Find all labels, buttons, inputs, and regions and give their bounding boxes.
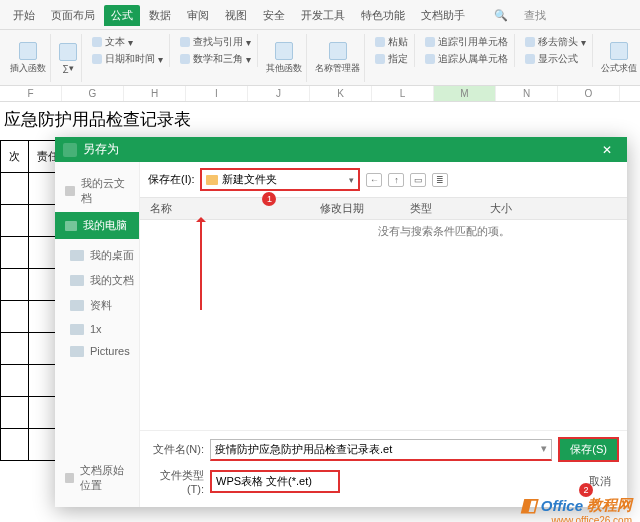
pc-icon: [65, 221, 77, 231]
tab-review[interactable]: 审阅: [180, 5, 216, 26]
lookup-fn-label: 查找与引用: [193, 35, 243, 49]
trace-dep-btn[interactable]: 追踪从属单元格: [421, 51, 512, 67]
list-header: 名称 修改日期 类型 大小: [140, 197, 627, 220]
lookup-icon: [180, 37, 190, 47]
nav-new-icon[interactable]: ▭: [410, 173, 426, 187]
chevron-down-icon: ▾: [349, 175, 354, 185]
sidebar-cloud-label: 我的云文档: [81, 176, 129, 206]
nav-up-icon[interactable]: ↑: [388, 173, 404, 187]
folder-1x-label: 1x: [90, 323, 102, 335]
autosum-label: ∑▾: [62, 63, 73, 73]
watermark-suffix: 教程网: [587, 496, 632, 515]
tab-start[interactable]: 开始: [6, 5, 42, 26]
search-box[interactable]: 🔍 查找: [480, 2, 560, 29]
col-L[interactable]: L: [372, 86, 434, 101]
search-label: 查找: [517, 5, 553, 26]
search-icon: 🔍: [487, 6, 515, 25]
lookup-fn-btn[interactable]: 查找与引用▾: [176, 34, 255, 50]
folder-pictures[interactable]: Pictures: [70, 345, 134, 357]
folder-desktop-label: 我的桌面: [90, 248, 134, 263]
col-K[interactable]: K: [310, 86, 372, 101]
filename-value: 疫情防护应急防护用品检查记录表.et: [215, 443, 392, 455]
text-icon: [92, 37, 102, 47]
dialog-title: 另存为: [83, 141, 595, 158]
trace-icon: [425, 37, 435, 47]
hdr-name[interactable]: 名称: [140, 201, 320, 216]
sigma-icon: [59, 43, 77, 61]
filetype-combo[interactable]: WPS表格 文件(*.et): [210, 470, 340, 493]
origin-icon: [65, 473, 74, 483]
paste-icon: [375, 37, 385, 47]
location-combo[interactable]: 新建文件夹 ▾ 1: [200, 168, 360, 191]
sidebar-item-cloud[interactable]: 我的云文档: [55, 170, 139, 212]
trace2-icon: [425, 54, 435, 64]
name-mgr-label: 名称管理器: [315, 62, 360, 75]
folder-ziliao[interactable]: 资料: [70, 298, 134, 313]
sidebar-item-pc[interactable]: 我的电脑: [55, 212, 139, 239]
trace-prec-btn[interactable]: 追踪引用单元格: [421, 34, 512, 50]
location-label: 保存在(I):: [148, 172, 194, 187]
other-icon: [275, 42, 293, 60]
other-fn-group[interactable]: 其他函数: [262, 34, 307, 82]
tab-layout[interactable]: 页面布局: [44, 5, 102, 26]
name-mgr-group[interactable]: 名称管理器: [311, 34, 365, 82]
file-list: 没有与搜索条件匹配的项。 我的桌面 我的文档 资料 1x Pictures: [140, 220, 627, 430]
eval-group[interactable]: 公式求值: [597, 34, 640, 82]
hdr-date[interactable]: 修改日期: [320, 201, 410, 216]
folder-ziliao-label: 资料: [90, 298, 112, 313]
col-F[interactable]: F: [0, 86, 62, 101]
watermark-logo-icon: ◧: [520, 494, 537, 516]
col-G[interactable]: G: [62, 86, 124, 101]
col-J[interactable]: J: [248, 86, 310, 101]
show-formula-btn[interactable]: 显示公式: [521, 51, 590, 67]
folder-desktop[interactable]: 我的桌面: [70, 248, 134, 263]
tab-dev[interactable]: 开发工具: [294, 5, 352, 26]
folder-1x[interactable]: 1x: [70, 323, 134, 335]
assign-btn[interactable]: 指定: [371, 51, 412, 67]
folder-icon: [70, 275, 84, 286]
sidebar-pc-label: 我的电脑: [83, 218, 127, 233]
save-button[interactable]: 保存(S): [558, 437, 619, 462]
tab-view[interactable]: 视图: [218, 5, 254, 26]
col-M[interactable]: M: [434, 86, 496, 101]
col-H[interactable]: H: [124, 86, 186, 101]
paste-btn[interactable]: 粘贴: [371, 34, 412, 50]
tab-formula[interactable]: 公式: [104, 5, 140, 26]
col-I[interactable]: I: [186, 86, 248, 101]
trace-dep-label: 追踪从属单元格: [438, 52, 508, 66]
tab-dochelp[interactable]: 文档助手: [414, 5, 472, 26]
watermark-brand: Office: [541, 497, 583, 514]
folder-docs[interactable]: 我的文档: [70, 273, 134, 288]
nav-back-icon[interactable]: ←: [366, 173, 382, 187]
chevron-down-icon[interactable]: ▾: [541, 442, 547, 455]
other-fn-label: 其他函数: [266, 62, 302, 75]
trace-prec-label: 追踪引用单元格: [438, 35, 508, 49]
remove-arrow-btn[interactable]: 移去箭头▾: [521, 34, 590, 50]
sidebar-item-origin[interactable]: 文档原始位置: [55, 457, 139, 499]
col-N[interactable]: N: [496, 86, 558, 101]
nav-view-icon[interactable]: ≣: [432, 173, 448, 187]
date-fn-btn[interactable]: 日期和时间▾: [88, 51, 167, 67]
dialog-overlay: 另存为 ✕ 我的云文档 我的电脑 文档原始位置 保存在(I): 新建文件夹 ▾ …: [55, 137, 640, 522]
fx-icon: [19, 42, 37, 60]
folder-docs-label: 我的文档: [90, 273, 134, 288]
text-fn-btn[interactable]: 文本▾: [88, 34, 167, 50]
filetype-value: WPS表格 文件(*.et): [216, 475, 312, 487]
math-fn-label: 数学和三角: [193, 52, 243, 66]
date-fn-label: 日期和时间: [105, 52, 155, 66]
hdr-type[interactable]: 类型: [410, 201, 490, 216]
annotation-arrow: [200, 220, 202, 310]
tab-data[interactable]: 数据: [142, 5, 178, 26]
col-O[interactable]: O: [558, 86, 620, 101]
tab-security[interactable]: 安全: [256, 5, 292, 26]
hdr-size[interactable]: 大小: [490, 201, 570, 216]
app-icon: [63, 143, 77, 157]
ribbon-tabs: 开始 页面布局 公式 数据 审阅 视图 安全 开发工具 特色功能 文档助手 🔍 …: [0, 0, 640, 30]
autosum-group[interactable]: ∑▾: [55, 34, 82, 82]
math-fn-btn[interactable]: 数学和三角▾: [176, 51, 255, 67]
insert-fn-group[interactable]: 插入函数: [6, 34, 51, 82]
filename-input[interactable]: 疫情防护应急防护用品检查记录表.et▾: [210, 439, 552, 461]
insert-fn-label: 插入函数: [10, 62, 46, 75]
tab-feature[interactable]: 特色功能: [354, 5, 412, 26]
close-icon[interactable]: ✕: [595, 143, 619, 157]
